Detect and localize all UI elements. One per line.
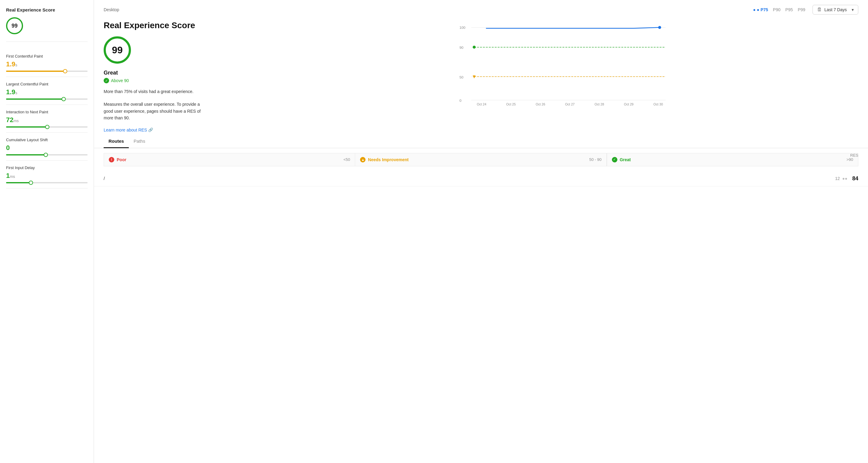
chart-svg: 100 90 50 0 [267,23,858,105]
svg-point-9 [473,46,476,49]
grade-label: Great [104,70,237,76]
great-range: >90 [846,157,853,162]
sidebar-title: Real Experience Score [6,7,88,12]
slider-track-1 [6,98,88,100]
svg-text:50: 50 [460,75,463,79]
metric-card-1: Largest Contentful Paint1.9s [6,77,88,105]
legend-needs-improvement: ▲ Needs Improvement 50 - 90 [355,153,607,166]
slider-track-4 [6,182,88,183]
slider-fill-1 [6,98,63,100]
metric-label-2: Interaction to Next Paint [6,110,88,114]
svg-text:Oct 30: Oct 30 [653,102,663,105]
route-path: / [104,176,835,181]
slider-fill-3 [6,154,45,155]
svg-text:Oct 26: Oct 26 [535,102,545,105]
slider-thumb-2 [45,125,50,129]
metric-card-3: Cumulative Layout Shift0 [6,133,88,161]
great-label: Great [620,157,631,162]
metric-label-3: Cumulative Layout Shift [6,137,88,142]
tabs-bar: Routes Paths [94,135,868,148]
chart-area: 100 90 50 0 [252,21,858,132]
legend-great: ✓ Great >90 [607,153,858,166]
slider-thumb-4 [29,181,33,185]
needs-improvement-icon: ▲ [360,157,366,162]
metric-value-4: 1ms [6,172,88,180]
sidebar-metrics: First Contentful Paint1.9sLargest Conten… [6,49,88,188]
poor-range: <50 [343,157,350,162]
slider-thumb-3 [44,153,48,157]
svg-text:Oct 29: Oct 29 [624,102,634,105]
svg-text:Oct 27: Oct 27 [565,102,575,105]
metric-label-0: First Contentful Paint [6,54,88,59]
metric-label-4: First Input Delay [6,165,88,170]
score-desc2: Measures the overall user experience. To… [104,101,200,121]
metric-value-0: 1.9s [6,60,88,68]
poor-icon: ! [109,157,114,162]
slider-track-0 [6,71,88,72]
sidebar-score-section: Real Experience Score 99 [6,7,88,42]
routes-legend: ! Poor <50 ▲ Needs Improvement 50 - 90 ✓… [94,148,868,171]
svg-point-12 [658,26,661,29]
poor-label: Poor [117,157,126,162]
main-content: Desktop ● P75P90P95P99 🗓 Last 7 Days ▾ R… [94,0,868,463]
needs-improvement-label: Needs Improvement [368,157,408,162]
svg-text:Oct 28: Oct 28 [595,102,604,105]
svg-text:Oct 25: Oct 25 [506,102,516,105]
svg-text:0: 0 [460,98,462,102]
routes-table-area: ! Poor <50 ▲ Needs Improvement 50 - 90 ✓… [94,148,868,186]
score-desc1: More than 75% of visits had a great expe… [104,88,200,95]
slider-fill-2 [6,126,47,128]
slider-thumb-1 [62,97,66,101]
percentile-tab-p75[interactable]: ● P75 [753,7,768,12]
dots-icon: ●● [842,176,847,181]
res-column-label: RES [850,153,858,158]
chevron-down-icon: ▾ [851,7,854,12]
date-range-label: Last 7 Days [824,7,847,12]
tab-routes[interactable]: Routes [104,135,129,148]
check-icon: ✓ [104,78,109,83]
metric-value-1: 1.9s [6,88,88,96]
slider-fill-4 [6,182,31,183]
metric-label-1: Largest Contentful Paint [6,82,88,86]
route-score: 84 [852,176,858,182]
sidebar-score-circle: 99 [6,17,23,34]
great-icon: ✓ [612,157,617,162]
slider-track-2 [6,126,88,128]
metric-value-2: 72ms [6,116,88,124]
learn-more-link[interactable]: Learn more about RES 🔗 [104,128,237,132]
percentile-tab-p99[interactable]: P99 [798,7,805,12]
needs-improvement-range: 50 - 90 [589,157,601,162]
chart-container: 100 90 50 0 [252,21,858,118]
route-count: 12 ●● [835,176,847,181]
calendar-icon: 🗓 [817,7,822,12]
percentile-tab-p95[interactable]: P95 [785,7,793,12]
metric-value-3: 0 [6,144,88,152]
score-left: Real Experience Score 99 Great ✓ Above 9… [104,21,237,132]
slider-fill-0 [6,71,65,72]
svg-marker-11 [473,75,476,79]
metric-card-0: First Contentful Paint1.9s [6,49,88,77]
date-picker[interactable]: 🗓 Last 7 Days ▾ [812,5,858,14]
svg-text:Oct 24: Oct 24 [477,102,487,105]
page-title: Real Experience Score [104,21,237,30]
external-link-icon: 🔗 [148,128,153,132]
metric-card-4: First Input Delay1ms [6,161,88,188]
metric-card-2: Interaction to Next Paint72ms [6,105,88,133]
score-section: Real Experience Score 99 Great ✓ Above 9… [94,14,868,132]
main-score-circle: 99 [104,36,131,64]
tab-paths[interactable]: Paths [129,135,150,148]
table-row: / 12 ●● 84 [94,171,868,186]
top-bar: Desktop ● P75P90P95P99 🗓 Last 7 Days ▾ [94,0,868,14]
top-controls: ● P75P90P95P99 🗓 Last 7 Days ▾ [753,5,858,14]
percentile-tabs: ● P75P90P95P99 [753,7,805,12]
legend-poor: ! Poor <50 [104,153,355,166]
grade-check: ✓ Above 90 [104,78,237,83]
svg-text:90: 90 [460,45,463,50]
slider-track-3 [6,154,88,155]
percentile-tab-p90[interactable]: P90 [773,7,780,12]
device-label: Desktop [104,7,119,12]
sidebar: Real Experience Score 99 First Contentfu… [0,0,94,463]
svg-text:100: 100 [460,26,466,29]
slider-thumb-0 [63,69,67,73]
